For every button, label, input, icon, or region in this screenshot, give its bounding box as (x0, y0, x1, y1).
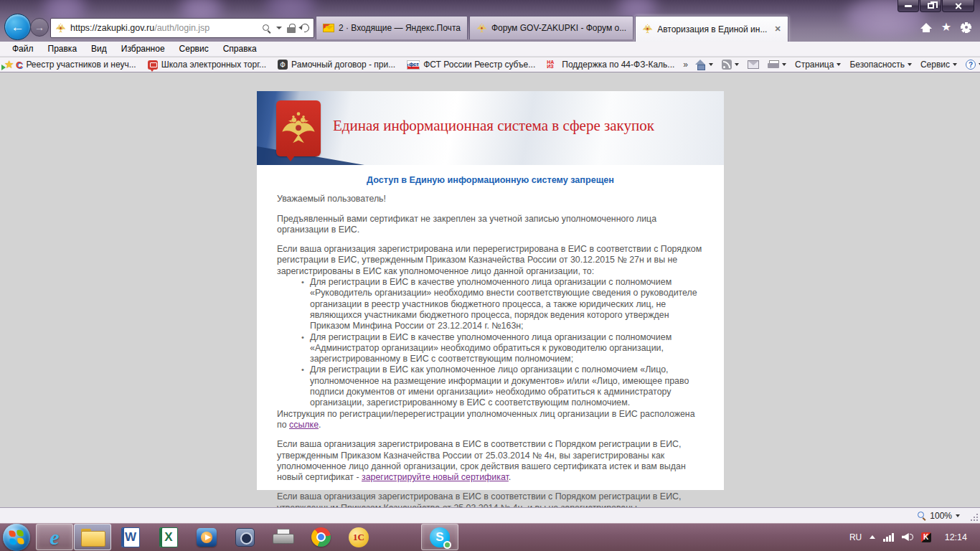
tab-yandex-mail[interactable]: 2 · Входящие — Яндекс.Почта (316, 16, 468, 39)
gov-emblem-icon (642, 24, 653, 34)
taskbar-internet-explorer[interactable]: e (36, 524, 73, 550)
page-content: Доступ в Единую информационную систему з… (257, 165, 724, 490)
star-icon: ★ (4, 59, 14, 70)
instruction-paragraph: Инструкция по регистрации/перерегистраци… (277, 409, 704, 431)
close-button[interactable] (942, 0, 974, 12)
favorite-item[interactable]: фст ФСТ России Реестр субъе... (401, 58, 541, 71)
tab-label: 2 · Входящие — Яндекс.Почта (339, 23, 461, 33)
access-denied-title: Доступ в Единую информационную систему з… (277, 175, 704, 186)
menu-edit[interactable]: Правка (42, 42, 84, 55)
bar (886, 537, 888, 542)
gov-emblem-icon (476, 23, 487, 34)
zoom-control[interactable]: 100% (917, 511, 960, 521)
search-icon[interactable] (262, 24, 271, 33)
bar (889, 535, 891, 542)
taskbar-windows-explorer[interactable] (74, 524, 111, 550)
registration-options-list: Для регистрации в ЕИС в качестве уполном… (277, 277, 704, 409)
ssl-lock-icon[interactable] (287, 24, 296, 33)
favorite-icon: C (16, 60, 22, 70)
security-menu-button[interactable]: Безопасность (849, 60, 912, 70)
forward-arrow-icon: → (34, 22, 44, 33)
menu-tools[interactable]: Сервис (173, 42, 215, 55)
certificate-message: Предъявленный вами сертификат не закрепл… (277, 214, 704, 236)
dropdown-caret-icon (709, 63, 713, 66)
volume-icon[interactable] (902, 533, 913, 541)
zoom-magnifier-icon (917, 511, 926, 520)
favorite-label: Реестр участников и неуч... (26, 60, 136, 70)
taskbar-word[interactable]: W (112, 524, 149, 550)
read-mail-button[interactable] (748, 60, 759, 69)
navigation-buttons: ← → (4, 13, 50, 42)
resize-grip[interactable] (969, 512, 978, 521)
favorite-item[interactable]: Школа электронных торг... (142, 58, 272, 71)
taskbar-media-tool[interactable] (226, 524, 263, 550)
tab-forum-gov-zakupki[interactable]: Форум GOV-ZAKUPKI - Форум о... (469, 16, 633, 39)
favorite-item[interactable]: Ф Рамочный договор - при... (272, 58, 401, 71)
fst-glyph: фст (408, 62, 419, 67)
home-page-button[interactable] (695, 60, 713, 69)
page-menu-button[interactable]: Страница (795, 60, 841, 70)
browser-status-bar: 100% (0, 507, 980, 523)
language-indicator[interactable]: RU (849, 532, 862, 542)
skype-online-dot (443, 541, 451, 549)
url-text[interactable]: https://zakupki.gov.ru/auth/login.jsp (70, 23, 262, 33)
instruction-link[interactable]: ссылке (289, 420, 319, 430)
forward-button[interactable]: → (30, 18, 49, 37)
flag-pane (17, 529, 24, 537)
favorites-overflow-chevron[interactable]: » (683, 60, 688, 70)
taskbar-chrome[interactable] (302, 524, 339, 550)
url-path: /auth/login.jsp (154, 23, 209, 33)
favorite-item[interactable]: C Реестр участников и неуч... (10, 58, 142, 72)
help-menu-button[interactable]: ? (966, 60, 980, 70)
menu-file[interactable]: Файл (6, 42, 40, 55)
menu-favorites[interactable]: Избранное (115, 42, 171, 55)
back-button[interactable]: ← (4, 14, 31, 40)
window-controls (897, 0, 974, 12)
naiz-icon: НАИЗ (547, 60, 558, 70)
restore-button[interactable] (920, 0, 941, 12)
tab-close-icon[interactable]: ✕ (774, 25, 781, 33)
favorites-bar: ★ C Реестр участников и неуч... Школа эл… (0, 57, 980, 72)
close-icon (954, 2, 962, 10)
print-button[interactable] (768, 60, 786, 70)
tab-authorization-active[interactable]: Авторизация в Единой ин... ✕ (635, 16, 788, 42)
favorite-item[interactable]: НАИЗ Поддержка по 44-ФЗ-Каль... (541, 58, 680, 71)
refresh-icon[interactable] (299, 22, 311, 34)
favorite-label: Поддержка по 44-ФЗ-Каль... (562, 60, 674, 70)
taskbar-clock[interactable]: 12:14 (939, 532, 973, 542)
speaker-horn (902, 533, 909, 541)
1c-icon: 1С (349, 527, 369, 547)
taskbar-media-player[interactable] (188, 524, 225, 550)
media-player-icon (197, 528, 217, 547)
taskbar-1c[interactable]: 1С (340, 524, 377, 550)
address-bar[interactable]: https://zakupki.gov.ru/auth/login.jsp (50, 18, 314, 38)
network-icon[interactable] (883, 533, 894, 542)
taskbar-fax[interactable] (264, 524, 301, 550)
kaspersky-icon[interactable]: K (921, 532, 931, 542)
taskbar-excel[interactable]: X (150, 524, 187, 550)
browser-toolbar-icons: ★ (920, 22, 971, 33)
hidden-icons-arrow[interactable] (870, 535, 875, 539)
mail-icon (748, 60, 759, 69)
start-button[interactable] (3, 524, 30, 551)
security-menu-label: Безопасность (849, 60, 905, 70)
home-icon[interactable] (920, 23, 932, 32)
dropdown-caret-icon (953, 63, 957, 66)
chat-bubble-icon (148, 60, 158, 70)
minimize-button[interactable] (897, 0, 919, 12)
tools-menu-button[interactable]: Сервис (920, 60, 957, 70)
dropdown-caret-icon (908, 63, 912, 66)
tab-label: Авторизация в Единой ин... (657, 24, 767, 34)
tools-gear-icon[interactable] (961, 22, 971, 33)
rss-feeds-button[interactable] (722, 60, 739, 70)
command-bar: Страница Безопасность Сервис ? » (695, 60, 980, 70)
favorites-star-icon[interactable]: ★ (941, 22, 951, 33)
taskbar-skype[interactable]: S (421, 524, 458, 550)
naiz-glyph-bottom: ИЗ (547, 65, 558, 69)
register-new-certificate-link[interactable]: зарегистрируйте новый сертификат (362, 472, 509, 482)
excel-icon: X (159, 527, 178, 547)
menu-view[interactable]: Вид (85, 42, 113, 55)
search-dropdown-icon[interactable] (276, 27, 282, 29)
menu-help[interactable]: Справка (217, 42, 263, 55)
instruction-suffix: . (319, 420, 321, 430)
